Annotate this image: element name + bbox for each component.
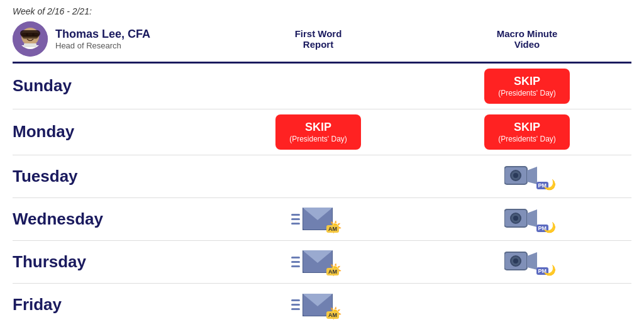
avatar (13, 21, 48, 57)
email-line (291, 214, 300, 216)
video-pm-thursday: PM 🌙 (504, 250, 537, 274)
email-am-friday: ☀️ AM (291, 294, 333, 316)
avatar-area: Thomas Lee, CFA Head of Research (13, 21, 214, 57)
video-camera-icon (504, 207, 537, 231)
day-friday: Friday (13, 290, 214, 319)
person-info: Thomas Lee, CFA Head of Research (55, 28, 150, 50)
email-am-thursday: ☀️ AM (291, 250, 333, 273)
table-row: Sunday SKIP (Presidents' Day) (13, 64, 631, 109)
thursday-first-word: ☀️ AM (214, 245, 423, 278)
table-row: Wednesday ☀️ AM (13, 198, 631, 241)
email-line (291, 261, 300, 263)
email-lines (291, 214, 300, 225)
tuesday-macro: PM 🌙 (423, 159, 631, 193)
video-camera-icon (504, 250, 537, 274)
video-pm-wednesday: PM 🌙 (504, 207, 537, 231)
svg-marker-23 (527, 252, 537, 270)
video-camera-icon (504, 164, 537, 188)
svg-rect-7 (24, 43, 36, 47)
email-line (291, 299, 300, 301)
table-row: Thursday ☀️ AM (13, 241, 631, 284)
monday-macro: SKIP (Presidents' Day) (423, 109, 631, 155)
skip-badge-monday-macro: SKIP (Presidents' Day) (484, 114, 570, 150)
first-word-header: First WordReport (214, 28, 423, 50)
moon-icon: 🌙 (543, 264, 556, 276)
email-line (291, 218, 300, 220)
wednesday-macro: PM 🌙 (423, 202, 631, 236)
svg-rect-6 (20, 30, 40, 36)
week-label: Week of 2/16 - 2/21: (13, 6, 631, 16)
svg-marker-11 (527, 167, 537, 184)
page: Week of 2/16 - 2/21: T (0, 0, 644, 322)
friday-first-word: ☀️ AM (214, 289, 423, 321)
sunday-macro: SKIP (Presidents' Day) (423, 64, 631, 109)
email-lines (291, 257, 300, 267)
email-line (291, 265, 300, 267)
svg-marker-17 (527, 209, 537, 227)
day-thursday: Thursday (13, 247, 214, 277)
table-row: Friday ☀️ AM (13, 284, 631, 322)
am-label: AM (326, 311, 339, 319)
person-name: Thomas Lee, CFA (55, 28, 150, 41)
email-lines (291, 299, 300, 310)
email-line (291, 308, 300, 310)
email-am-wednesday: ☀️ AM (291, 208, 333, 230)
skip-badge-sunday-macro: SKIP (Presidents' Day) (484, 69, 570, 104)
email-line (291, 223, 300, 225)
day-tuesday: Tuesday (13, 162, 214, 191)
svg-point-22 (513, 258, 518, 264)
day-sunday: Sunday (13, 71, 214, 101)
skip-badge-monday-fw: SKIP (Presidents' Day) (275, 114, 361, 150)
friday-macro (423, 300, 631, 310)
header-row: Thomas Lee, CFA Head of Research First W… (13, 21, 631, 64)
table-row: Monday SKIP (Presidents' Day) SKIP (Pres… (13, 109, 631, 155)
video-pm-tuesday: PM 🌙 (504, 164, 537, 188)
schedule-table: Sunday SKIP (Presidents' Day) Monday SKI… (13, 64, 631, 322)
email-line (291, 257, 300, 258)
am-label: AM (326, 268, 339, 275)
sunday-first-word (214, 81, 423, 91)
tuesday-first-word (214, 171, 423, 181)
svg-point-10 (513, 173, 518, 178)
am-label: AM (326, 225, 339, 233)
moon-icon: 🌙 (543, 221, 556, 233)
table-row: Tuesday PM 🌙 (13, 155, 631, 198)
person-title: Head of Research (55, 41, 150, 50)
thursday-macro: PM 🌙 (423, 245, 631, 279)
moon-icon: 🌙 (543, 179, 556, 191)
macro-minute-header: Macro MinuteVideo (423, 28, 631, 50)
svg-point-16 (513, 216, 518, 221)
wednesday-first-word: ☀️ AM (214, 203, 423, 235)
email-line (291, 304, 300, 306)
day-wednesday: Wednesday (13, 204, 214, 234)
day-monday: Monday (13, 117, 214, 147)
monday-first-word: SKIP (Presidents' Day) (214, 109, 423, 155)
